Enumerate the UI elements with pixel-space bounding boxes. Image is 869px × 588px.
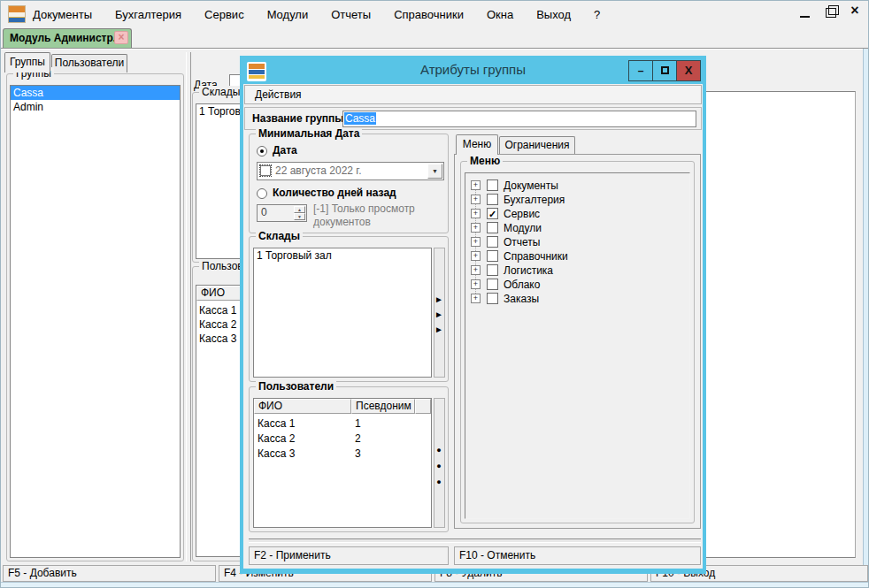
checkbox-unchecked[interactable]: [487, 194, 498, 205]
list-item-admin[interactable]: Admin: [11, 100, 180, 114]
dialog-titlebar[interactable]: Атрибуты группы – X: [243, 59, 703, 84]
spinner-up-icon[interactable]: ▲: [294, 206, 305, 213]
cell-alias: 2: [355, 431, 361, 447]
tree-item-modules[interactable]: + Модули: [465, 221, 687, 235]
menu-item-actions[interactable]: Действия: [255, 88, 302, 101]
days-radio-label[interactable]: Количество дней назад: [273, 187, 396, 199]
minimize-icon[interactable]: [800, 16, 810, 18]
checkbox-unchecked[interactable]: [487, 279, 498, 290]
module-tab[interactable]: Модуль Администр..: [3, 28, 132, 48]
statusbar-add[interactable]: F5 - Добавить: [3, 565, 216, 582]
days-hint: [-1] Только просмотр документов: [313, 202, 444, 229]
checkbox-unchecked[interactable]: [487, 222, 498, 233]
expander-icon[interactable]: +: [471, 180, 481, 190]
tabstrip-divider: [1, 48, 869, 50]
tree-item-label: Отчеты: [504, 236, 540, 248]
users-table[interactable]: ФИО Псевдоним Касса 1 1 Касса 2 2 Касса …: [253, 398, 432, 528]
column-header-alias[interactable]: Псевдоним: [351, 399, 415, 414]
checkbox-unchecked[interactable]: [487, 293, 498, 304]
module-tab-close-icon[interactable]: ×: [114, 31, 128, 44]
menu-item-reports[interactable]: Отчеты: [331, 8, 371, 21]
days-radio[interactable]: [257, 188, 267, 199]
menu-item-windows[interactable]: Окна: [487, 8, 513, 21]
column-header-fio[interactable]: ФИО: [254, 399, 351, 414]
panel-splitter[interactable]: [186, 52, 191, 561]
list-item-cassa[interactable]: Cassa: [11, 86, 180, 100]
dialog-grip[interactable]: [249, 538, 701, 543]
checkbox-unchecked[interactable]: [487, 179, 498, 191]
cell-fio: Касса 3: [258, 447, 295, 462]
menu-item-accounting[interactable]: Бухгалтерия: [115, 8, 181, 21]
tree-item-logistics[interactable]: + Логистика: [465, 263, 687, 278]
checkbox-checked[interactable]: ✓: [487, 208, 498, 219]
checkbox-unchecked[interactable]: [487, 250, 498, 262]
expander-icon[interactable]: +: [471, 251, 481, 261]
window-frame-bottom: [1, 582, 869, 588]
warehouses-list[interactable]: 1 Торговый зал: [253, 248, 432, 378]
list-item-warehouse[interactable]: 1 Торговый зал: [254, 248, 431, 263]
move-arrows: ► ► ►: [432, 292, 446, 337]
min-date-groupbox: Минимальная Дата Дата 22 августа 2022 г.…: [249, 134, 449, 233]
move-right-icon[interactable]: ►: [432, 307, 446, 322]
tree-item-directories[interactable]: + Справочники: [465, 249, 687, 263]
tree-item-accounting[interactable]: + Бухгалтерия: [465, 193, 687, 207]
date-radio-label[interactable]: Дата: [273, 144, 297, 157]
tab-users[interactable]: Пользователи: [51, 54, 127, 73]
table-row[interactable]: Касса 2 2: [254, 431, 431, 447]
menu-item-service[interactable]: Сервис: [204, 8, 244, 21]
date-dropdown-icon[interactable]: ▼: [427, 164, 442, 179]
table-row[interactable]: Касса 1 1: [254, 416, 431, 431]
menu-tree[interactable]: + Документы + Бухгалтерия + ✓ Серв: [465, 172, 690, 519]
tab-menu[interactable]: Меню: [456, 134, 498, 155]
expander-icon[interactable]: +: [471, 209, 481, 218]
group-name-label: Название группы: [252, 112, 344, 125]
menu-tab-panel: Меню + Документы + Бухгалтерия: [454, 154, 701, 529]
dialog-close-icon[interactable]: X: [676, 60, 701, 81]
date-picker[interactable]: 22 августа 2022 г. ▼: [257, 162, 444, 180]
spinner-down-icon[interactable]: ▼: [294, 213, 305, 220]
tree-item-reports[interactable]: + Отчеты: [465, 235, 687, 249]
tree-item-service[interactable]: + ✓ Сервис: [465, 207, 687, 221]
expander-icon[interactable]: +: [471, 265, 481, 275]
tree-item-label: Сервис: [504, 208, 540, 220]
expander-icon[interactable]: +: [471, 294, 481, 303]
application-window: Документы Бухгалтерия Сервис Модули Отче…: [0, 0, 869, 588]
menu-item-help[interactable]: ?: [594, 8, 600, 21]
cancel-button[interactable]: F10 - Отменить: [454, 546, 701, 565]
checkbox-unchecked[interactable]: [487, 236, 498, 248]
checkbox-unchecked[interactable]: [487, 264, 498, 276]
table-row[interactable]: Касса 3 3: [254, 447, 431, 462]
window-frame-right: [863, 49, 869, 588]
date-value: 22 августа 2022 г.: [275, 164, 362, 177]
tree-item-cloud[interactable]: + Облако: [465, 278, 687, 292]
move-right-icon[interactable]: ►: [432, 322, 446, 337]
tab-groups[interactable]: Группы: [4, 52, 50, 73]
tree-item-orders[interactable]: + Заказы: [465, 292, 687, 306]
expander-icon[interactable]: +: [471, 223, 481, 233]
warehouses-groupbox-main-title: Склады: [199, 86, 242, 98]
warehouses-title: Склады: [256, 230, 303, 242]
date-checkbox[interactable]: [260, 165, 271, 176]
restore-icon[interactable]: [826, 8, 836, 18]
expander-icon[interactable]: +: [471, 279, 481, 289]
dialog-minimize-icon[interactable]: –: [628, 60, 653, 81]
menu-item-modules[interactable]: Модули: [267, 8, 309, 21]
move-right-icon[interactable]: ►: [432, 292, 446, 307]
groups-list[interactable]: Cassa Admin: [10, 85, 181, 558]
tree-item-documents[interactable]: + Документы: [465, 179, 687, 193]
expander-icon[interactable]: +: [471, 237, 481, 247]
expander-icon[interactable]: +: [471, 195, 481, 204]
group-name-input[interactable]: Cassa: [342, 111, 696, 127]
date-radio[interactable]: [257, 146, 267, 157]
users-title: Пользователи: [256, 380, 336, 393]
menu-item-documents[interactable]: Документы: [33, 8, 92, 21]
dialog-maximize-icon[interactable]: [652, 60, 677, 81]
tree-item-label: Справочники: [504, 250, 568, 263]
menu-item-directories[interactable]: Справочники: [394, 8, 464, 21]
apply-button[interactable]: F2 - Применить: [249, 546, 449, 565]
tab-restrictions[interactable]: Ограничения: [499, 136, 575, 155]
days-spinner[interactable]: 0 ▲ ▼: [257, 204, 307, 222]
menu-item-exit[interactable]: Выход: [536, 8, 571, 21]
app-logo-icon: [8, 5, 26, 23]
close-icon[interactable]: ×: [848, 4, 862, 19]
